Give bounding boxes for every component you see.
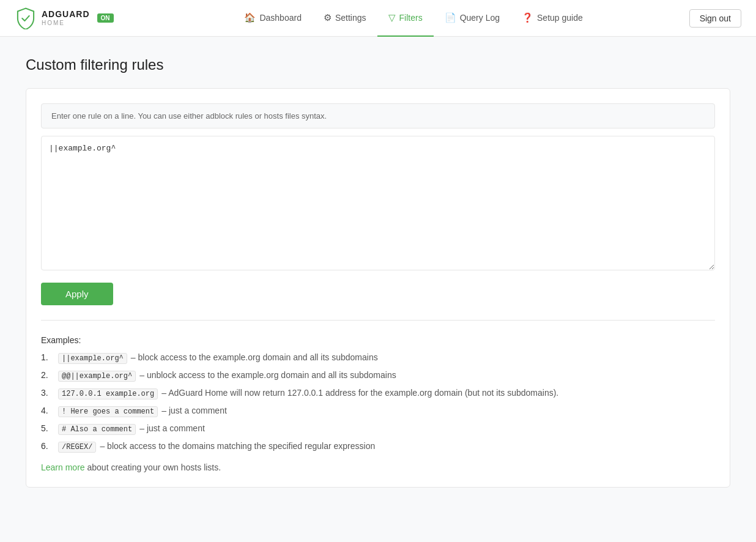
example-code: /REGEX/ <box>58 442 96 453</box>
section-divider <box>41 320 715 321</box>
list-item: 3. 127.0.0.1 example.org – AdGuard Home … <box>41 388 715 399</box>
examples-list: 1. ||example.org^ – block access to the … <box>41 352 715 453</box>
custom-filtering-card: Enter one rule on a line. You can use ei… <box>26 88 730 488</box>
learn-more-section: Learn more about creating your own hosts… <box>41 462 715 472</box>
example-num: 6. <box>41 441 58 451</box>
example-desc: – just a comment <box>139 423 205 433</box>
page-title: Custom filtering rules <box>26 56 730 73</box>
brand-status-badge: ON <box>97 13 114 23</box>
nav-links: 🏠 Dashboard ⚙ Settings ▽ Filters 📄 Query… <box>138 0 689 37</box>
dashboard-icon: 🏠 <box>244 12 256 23</box>
navbar: ADGUARD HOME ON 🏠 Dashboard ⚙ Settings ▽… <box>0 0 756 37</box>
nav-filters[interactable]: ▽ Filters <box>377 0 434 37</box>
nav-setupguide[interactable]: ❓ Setup guide <box>511 0 594 37</box>
example-code: ! Here goes a comment <box>58 406 158 417</box>
brand-logo-icon <box>15 7 37 29</box>
brand-sub: HOME <box>42 20 90 26</box>
brand-text: ADGUARD HOME <box>42 10 90 26</box>
nav-querylog-label: Query Log <box>460 13 500 23</box>
nav-querylog[interactable]: 📄 Query Log <box>434 0 511 37</box>
example-code: @@||example.org^ <box>58 371 136 382</box>
filters-icon: ▽ <box>388 12 396 23</box>
list-item: 1. ||example.org^ – block access to the … <box>41 352 715 364</box>
example-desc: – unblock access to the example.org doma… <box>139 370 396 380</box>
example-num: 5. <box>41 423 58 433</box>
setupguide-icon: ❓ <box>522 12 533 23</box>
learn-more-text: about creating your own hosts lists. <box>85 462 221 472</box>
info-bar: Enter one rule on a line. You can use ei… <box>41 103 715 128</box>
example-num: 1. <box>41 352 58 362</box>
nav-dashboard-label: Dashboard <box>259 13 302 23</box>
example-desc: – just a comment <box>161 406 227 415</box>
example-code: ||example.org^ <box>58 353 127 364</box>
signout-button[interactable]: Sign out <box>689 9 741 28</box>
list-item: 2. @@||example.org^ – unblock access to … <box>41 370 715 382</box>
querylog-icon: 📄 <box>445 12 456 23</box>
example-desc: – AdGuard Home will now return 127.0.0.1… <box>161 388 558 398</box>
learn-more-link[interactable]: Learn more <box>41 462 85 472</box>
example-num: 2. <box>41 370 58 380</box>
nav-dashboard[interactable]: 🏠 Dashboard <box>233 0 313 37</box>
settings-icon: ⚙ <box>324 12 332 23</box>
nav-filters-label: Filters <box>399 13 423 23</box>
list-item: 5. # Also a comment – just a comment <box>41 423 715 435</box>
example-num: 3. <box>41 388 58 398</box>
examples-title: Examples: <box>41 335 715 345</box>
example-code: 127.0.0.1 example.org <box>58 388 158 399</box>
example-num: 4. <box>41 406 58 415</box>
example-code: # Also a comment <box>58 424 136 435</box>
example-desc: – block access to the domains matching t… <box>100 441 375 451</box>
brand-name: ADGUARD <box>42 10 90 19</box>
example-desc: – block access to the example.org domain… <box>131 352 378 362</box>
main-content: Custom filtering rules Enter one rule on… <box>11 37 745 507</box>
brand: ADGUARD HOME ON <box>15 7 114 29</box>
nav-setupguide-label: Setup guide <box>537 13 583 23</box>
nav-settings-label: Settings <box>335 13 366 23</box>
rules-textarea[interactable]: ||example.org^ <box>41 136 715 270</box>
nav-settings[interactable]: ⚙ Settings <box>313 0 377 37</box>
list-item: 4. ! Here goes a comment – just a commen… <box>41 406 715 417</box>
list-item: 6. /REGEX/ – block access to the domains… <box>41 441 715 453</box>
apply-button[interactable]: Apply <box>41 283 113 305</box>
